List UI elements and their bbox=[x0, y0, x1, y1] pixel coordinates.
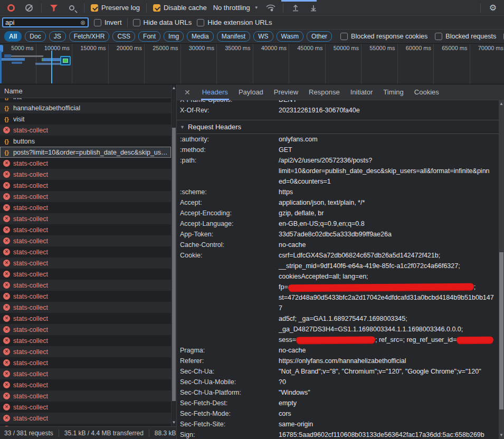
checkbox-icon bbox=[435, 33, 442, 40]
headers-content: X-Frame-Options: DENY X-Of-Rev: 20231226… bbox=[177, 100, 499, 439]
request-row[interactable]: ✕stats-collect bbox=[0, 257, 171, 269]
detail-scrollbar[interactable]: ▲ ▼ bbox=[499, 100, 504, 439]
import-har-button[interactable] bbox=[290, 2, 301, 14]
blocked-response-cookies-checkbox[interactable]: Blocked response cookies bbox=[340, 33, 427, 40]
request-row[interactable]: ✕stats-collect bbox=[0, 357, 171, 368]
blocked-requests-checkbox[interactable]: Blocked requests bbox=[435, 33, 496, 40]
scroll-down-icon[interactable]: ▼ bbox=[172, 420, 176, 425]
header-name: :method: bbox=[180, 145, 279, 155]
tab-payload[interactable]: Payload bbox=[233, 84, 269, 100]
error-icon: ✕ bbox=[3, 249, 10, 255]
request-row[interactable]: ✕stats-collect bbox=[0, 402, 171, 413]
header-value: 33d57ade8c02dbc5a333db99ff9ae26a bbox=[279, 229, 499, 240]
request-row[interactable]: ✕stats-collect bbox=[0, 379, 171, 390]
clear-input-icon[interactable]: ⊗ bbox=[80, 20, 85, 26]
filter-pill-css[interactable]: CSS bbox=[112, 31, 135, 42]
scrollbar-thumb[interactable] bbox=[499, 252, 503, 409]
request-row[interactable]: ✕stats-collect bbox=[0, 125, 171, 136]
filter-pill-wasm[interactable]: Wasm bbox=[277, 31, 304, 42]
settings-button[interactable]: ⚙ bbox=[487, 2, 499, 14]
request-row[interactable]: ✕stats-collect bbox=[0, 324, 171, 335]
tab-initiator[interactable]: Initiator bbox=[345, 84, 378, 100]
request-row[interactable]: {}buttons bbox=[0, 136, 171, 147]
clear-button[interactable] bbox=[23, 2, 35, 14]
request-headers-section-toggle[interactable]: ▼ Request Headers bbox=[177, 120, 499, 134]
request-row[interactable]: ✕stats-collect bbox=[0, 335, 171, 346]
request-row[interactable]: ✕stats-collect bbox=[0, 368, 171, 379]
checkbox-icon bbox=[94, 19, 101, 26]
filter-pill-doc[interactable]: Doc bbox=[25, 31, 45, 42]
request-list-scrollbar[interactable]: ▲ ▼ bbox=[171, 84, 176, 426]
request-row[interactable]: {}visit bbox=[0, 113, 171, 125]
request-name: stats-collect bbox=[13, 359, 48, 367]
request-row[interactable]: ✕stats-collect bbox=[0, 191, 171, 202]
scrollbar-thumb[interactable] bbox=[172, 128, 176, 401]
hide-data-urls-checkbox[interactable]: Hide data URLs bbox=[133, 18, 192, 26]
filter-button[interactable] bbox=[48, 2, 60, 14]
request-row[interactable]: ✕stats-collect bbox=[0, 246, 171, 257]
request-row[interactable]: ✕stats-collect bbox=[0, 235, 171, 246]
scroll-up-icon[interactable]: ▲ bbox=[499, 101, 504, 107]
filter-pill-manifest[interactable]: Manifest bbox=[217, 31, 250, 42]
scroll-up-icon[interactable]: ▲ bbox=[172, 85, 176, 91]
request-row[interactable]: ✕stats-collect bbox=[0, 202, 171, 213]
selected-request-marker-inner bbox=[63, 59, 68, 63]
filter-pill-media[interactable]: Media bbox=[187, 31, 214, 42]
request-row[interactable]: {}init bbox=[0, 98, 171, 102]
filter-pill-other[interactable]: Other bbox=[307, 31, 332, 42]
error-icon: ✕ bbox=[3, 337, 10, 344]
header-row: X-Of-Rev: 202312261916-30670fa40e bbox=[177, 105, 499, 116]
hide-extension-urls-checkbox[interactable]: Hide extension URLs bbox=[197, 18, 272, 26]
request-row[interactable]: ✕stats-collect bbox=[0, 313, 171, 324]
network-conditions-button[interactable] bbox=[265, 2, 277, 14]
header-value-line: no-cache bbox=[279, 240, 495, 250]
header-value-line: empty bbox=[279, 398, 495, 408]
request-row[interactable]: ✕stats-collect bbox=[0, 213, 171, 224]
request-row[interactable]: {}posts?limit=10&order=publish_date_desc… bbox=[0, 147, 171, 158]
request-row[interactable]: ✕stats-collect bbox=[0, 180, 171, 191]
request-row[interactable]: ✕stats-collect bbox=[0, 280, 171, 291]
header-value-line: 16785:5aad9602cf110608b03133de563642fac1… bbox=[279, 430, 495, 439]
filter-pill-ws[interactable]: WS bbox=[253, 31, 273, 42]
request-row[interactable]: ✕stats-collect bbox=[0, 302, 171, 313]
close-icon[interactable]: ✕ bbox=[180, 88, 195, 97]
request-row[interactable]: ✕stats-collect bbox=[0, 291, 171, 302]
request-row[interactable]: ✕stats-collect bbox=[0, 158, 171, 169]
top-accent-strip bbox=[281, 0, 317, 2]
search-button[interactable] bbox=[66, 2, 78, 14]
request-row[interactable]: {}hannahelizabethofficial bbox=[0, 102, 171, 113]
filter-pill-img[interactable]: Img bbox=[164, 31, 184, 42]
request-name: stats-collect bbox=[13, 215, 48, 223]
filter-pill-js[interactable]: JS bbox=[49, 31, 66, 42]
filter-pill-all[interactable]: All bbox=[4, 31, 22, 42]
network-overview-timeline[interactable]: 5000 ms10000 ms15000 ms20000 ms25000 ms3… bbox=[0, 44, 504, 84]
filter-pill-fetch-xhr[interactable]: Fetch/XHR bbox=[69, 31, 110, 42]
request-row[interactable]: ✕stats-collect bbox=[0, 169, 171, 180]
tab-response[interactable]: Response bbox=[303, 84, 345, 100]
tab-timing[interactable]: Timing bbox=[378, 84, 409, 100]
disable-cache-label: Disable cache bbox=[164, 4, 207, 12]
tab-headers[interactable]: Headers bbox=[197, 84, 233, 100]
request-row[interactable]: ✕stats-collect bbox=[0, 390, 171, 402]
filter-input[interactable] bbox=[5, 18, 78, 26]
request-row[interactable]: ✕stats-collect bbox=[0, 269, 171, 280]
export-har-button[interactable] bbox=[308, 2, 319, 14]
request-row[interactable]: ✕stats-collect bbox=[0, 224, 171, 235]
request-name: posts?limit=10&order=publish_date_desc&s… bbox=[13, 149, 171, 156]
throttling-dropdown[interactable]: No throttling ▼ bbox=[213, 4, 259, 12]
request-row[interactable]: ✕stats-collect bbox=[0, 413, 171, 424]
request-row[interactable]: ✕stats-collect bbox=[0, 346, 171, 357]
header-row: Sec-Ch-Ua-Platform:"Windows" bbox=[177, 387, 499, 398]
scroll-down-icon[interactable]: ▼ bbox=[499, 433, 504, 438]
error-icon: ✕ bbox=[3, 193, 10, 200]
filter-pill-font[interactable]: Font bbox=[138, 31, 160, 42]
disable-cache-checkbox[interactable]: Disable cache bbox=[153, 4, 207, 12]
name-column-header[interactable]: Name bbox=[0, 84, 176, 98]
tab-preview[interactable]: Preview bbox=[269, 84, 303, 100]
invert-checkbox[interactable]: Invert bbox=[94, 18, 122, 26]
tab-cookies[interactable]: Cookies bbox=[409, 84, 444, 100]
invert-label: Invert bbox=[104, 18, 122, 26]
preserve-log-checkbox[interactable]: Preserve log bbox=[91, 4, 140, 12]
record-button[interactable] bbox=[5, 2, 17, 14]
error-icon: ✕ bbox=[3, 393, 10, 399]
